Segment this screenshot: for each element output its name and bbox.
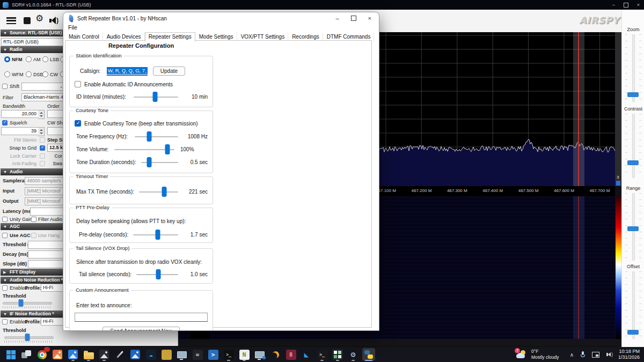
auto-id-checkbox[interactable] — [75, 81, 81, 87]
vscode-icon[interactable]: ◣ — [300, 348, 313, 361]
unity-gain-label: Unity Gain — [10, 217, 32, 222]
enable-courtesy-tone-checkbox[interactable] — [75, 120, 81, 127]
settings-gear-icon[interactable]: ⚙ — [35, 14, 43, 23]
sketch-app-icon[interactable]: ≈ — [191, 348, 204, 361]
tone-duration-slider[interactable] — [141, 162, 178, 163]
photos-app-icon[interactable] — [67, 348, 79, 361]
inr-enabled-checkbox[interactable] — [2, 319, 8, 324]
speaker-icon[interactable]: ) — [606, 352, 613, 357]
photos-blue-icon[interactable] — [129, 348, 142, 361]
pre-delay-slider[interactable] — [133, 234, 178, 235]
audio-output-label: Output — [3, 198, 19, 204]
freq-tick-label: 467.700 M — [589, 188, 610, 193]
powershell-icon[interactable]: > — [207, 348, 219, 361]
contrast-slider[interactable] — [632, 114, 635, 178]
inr-threshold-slider[interactable] — [4, 336, 54, 339]
mode-radio-wfm[interactable] — [4, 71, 10, 77]
max-tx-time-slider[interactable] — [139, 191, 178, 193]
squelch-spinner[interactable] — [38, 127, 45, 136]
pre-delay-value: 1.7 sec — [183, 232, 208, 238]
unity-gain-checkbox[interactable] — [2, 217, 8, 222]
store-icon[interactable] — [51, 348, 64, 361]
moon-app-icon[interactable] — [269, 348, 282, 361]
cloud-app-icon[interactable]: ☁ — [144, 348, 157, 361]
offset-slider-ticks — [625, 271, 627, 338]
ptt-pre-delay-group: PTT Pre-Delay Delay before speaking (all… — [69, 208, 213, 243]
tray-overflow-chevron-icon[interactable]: ∧ — [570, 352, 574, 358]
tail-silence-note: Silence after transmission to drop radio… — [76, 259, 208, 265]
taskbar-clock[interactable]: 10:18 PM 1/31/2026 — [618, 349, 640, 361]
chrome-icon[interactable] — [35, 348, 48, 361]
snipping-tool-icon[interactable] — [98, 348, 111, 361]
start-icon[interactable] — [4, 348, 17, 361]
correct-iq-label: Cor — [47, 153, 62, 159]
red-app-icon[interactable]: 8 — [284, 348, 297, 361]
waterfall-tuned-line — [578, 196, 579, 339]
squelch-checkbox[interactable] — [2, 120, 8, 125]
station-identification-group: Station Identification Callsign: W, R, Q… — [69, 56, 213, 107]
bandwidth-input[interactable]: 20,000 — [1, 110, 39, 118]
mode-radio-lsb[interactable] — [42, 56, 48, 62]
contrast-slider-thumb[interactable] — [627, 160, 639, 165]
volume-icon[interactable]: ) — [49, 17, 58, 24]
filter-label: Filter — [3, 95, 13, 100]
filter-audio-checkbox[interactable] — [31, 217, 36, 222]
cast-icon[interactable] — [592, 352, 599, 358]
update-button[interactable]: Update — [153, 67, 185, 76]
file-explorer-icon[interactable] — [82, 348, 95, 361]
id-interval-slider[interactable] — [134, 97, 178, 98]
dialog-minimize-button[interactable]: – — [335, 15, 339, 21]
main-maximize-button[interactable] — [624, 3, 628, 8]
settings-icon[interactable]: ⚙ — [347, 348, 360, 361]
mode-radio-cw[interactable] — [42, 71, 48, 77]
tone-frequency-slider[interactable] — [135, 136, 178, 137]
python-thonny-icon[interactable] — [362, 348, 375, 361]
offset-slider[interactable] — [632, 271, 635, 339]
fm-stereo-label: FM Stereo — [4, 137, 36, 143]
bandwidth-spinner[interactable] — [38, 110, 45, 119]
pc-app-icon[interactable] — [175, 348, 188, 361]
pen-icon[interactable] — [113, 348, 126, 361]
main-minimize-button[interactable]: – — [612, 2, 615, 8]
offset-slider-thumb[interactable] — [627, 330, 639, 335]
zoom-slider[interactable] — [632, 34, 635, 102]
dialog-close-button[interactable]: × — [368, 15, 371, 21]
stop-icon[interactable] — [24, 17, 31, 24]
shift-checkbox[interactable] — [2, 84, 8, 89]
spectrum-scrollbar[interactable]: 3 — [615, 32, 621, 186]
menu-icon[interactable] — [6, 17, 16, 24]
callsign-field[interactable]: W, R, Q, Q, G, 7, — [107, 67, 148, 76]
paint-app-icon[interactable] — [160, 348, 173, 361]
tone-volume-slider[interactable] — [114, 149, 174, 150]
anr-threshold-slider[interactable] — [3, 302, 52, 305]
mode-radio-dsb[interactable] — [26, 71, 32, 77]
dialog-maximize-button[interactable] — [351, 16, 356, 21]
app-grid-icon[interactable] — [331, 348, 344, 361]
announce-input[interactable] — [75, 313, 208, 322]
file-menu[interactable]: File — [68, 24, 77, 31]
mode-radio-nfm[interactable] — [4, 56, 10, 62]
tail-silence-group: Tail Silence (VOX Drop) Silence after tr… — [69, 248, 213, 284]
main-close-button[interactable]: × — [637, 2, 640, 8]
squelch-input[interactable]: 39 — [1, 127, 39, 135]
tail-silence-title: Tail Silence (VOX Drop) — [74, 245, 131, 251]
page-title: Repeater Configuration — [69, 42, 213, 49]
zoom-slider-thumb[interactable] — [627, 92, 639, 97]
notepad-plus-icon[interactable]: N — [238, 348, 251, 361]
send-announcement-button[interactable]: Send Announcement Now — [103, 327, 180, 331]
use-agc-checkbox[interactable] — [2, 233, 8, 238]
task-view-icon[interactable] — [20, 348, 33, 361]
terminal-icon[interactable]: >_ — [222, 348, 235, 361]
taskbar-weather[interactable]: 7 0°F Mostly cloudy — [516, 347, 559, 362]
range-slider-thumb[interactable] — [627, 226, 639, 231]
remote-desktop-icon[interactable] — [253, 348, 266, 361]
anr-enabled-checkbox[interactable] — [2, 285, 8, 291]
spectrum-scroll-thumb[interactable] — [616, 181, 620, 186]
tail-silence-slider[interactable] — [136, 274, 178, 275]
mode-radio-am[interactable] — [26, 56, 32, 62]
tab-repeater-settings[interactable]: Repeater Settings — [145, 32, 195, 42]
microphone-icon[interactable] — [581, 351, 585, 358]
snap-to-grid-checkbox[interactable] — [40, 145, 45, 151]
system-tray: ∧ ) 10:18 PM 1/31/2026 — [570, 347, 643, 362]
cmd-icon[interactable]: >_ — [316, 348, 328, 361]
